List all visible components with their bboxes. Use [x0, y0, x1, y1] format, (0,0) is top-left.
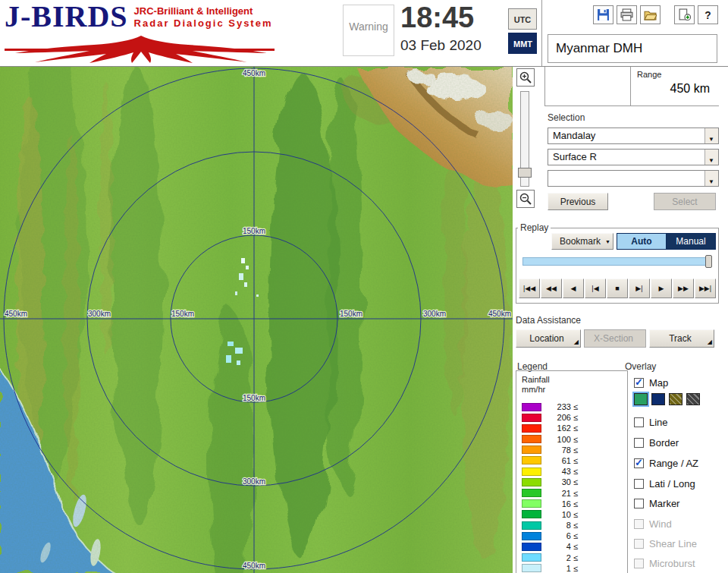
play-button[interactable]: ▶	[651, 279, 672, 298]
data-assistance-label: Data Assistance	[516, 315, 581, 326]
terrain-svg: 450km 300km 150km 150km 300km 450km 450k…	[0, 67, 513, 573]
stop-button[interactable]: ■	[607, 279, 628, 298]
export-button[interactable]	[674, 5, 695, 24]
map-swatch-olive[interactable]	[669, 393, 682, 405]
fast-forward-button[interactable]: ▶▶	[673, 279, 694, 298]
replay-label: Replay	[518, 222, 551, 233]
skip-end-button[interactable]: ▶▶|	[695, 279, 716, 298]
step-back-button[interactable]: |◀	[585, 279, 606, 298]
bookmark-button[interactable]: Bookmark	[551, 233, 613, 250]
svg-text:150km: 150km	[243, 227, 265, 235]
track-button[interactable]: Track	[649, 329, 714, 348]
legend-row: 10 ≤	[522, 509, 623, 520]
overlay-label: Overlay	[625, 361, 656, 372]
map-swatch-green[interactable]	[634, 393, 648, 405]
step-forward-button[interactable]: ▶|	[629, 279, 650, 298]
help-icon: ?	[701, 8, 714, 21]
overlay-item-microburst[interactable]: Microburst	[634, 556, 695, 571]
microburst-checkbox[interactable]	[634, 559, 644, 568]
open-folder-icon	[644, 8, 657, 21]
legend-swatch	[522, 424, 541, 433]
overlay-item-border[interactable]: Border	[634, 435, 679, 450]
save-button[interactable]	[593, 5, 613, 24]
legend-row: 61 ≤	[522, 455, 623, 466]
legend-swatch	[522, 499, 541, 508]
range-value: 450 km	[637, 82, 710, 96]
overlay-item-shear-line[interactable]: Shear Line	[634, 536, 697, 551]
logo-subtitle: JRC-Brilliant & IntelligentRadar Dialogi…	[134, 5, 273, 29]
logo: J-BIRDSJRC-Brilliant & IntelligentRadar …	[5, 2, 287, 65]
radar-map[interactable]: 450km 300km 150km 150km 300km 450km 450k…	[0, 67, 513, 573]
utc-button[interactable]: UTC	[508, 8, 537, 30]
lati-long-checkbox[interactable]	[634, 479, 644, 489]
svg-text:450km: 450km	[243, 562, 265, 570]
timezone-toggle: UTC MMT	[508, 8, 537, 57]
map-swatch-dark[interactable]	[686, 393, 700, 405]
manual-button[interactable]: Manual	[666, 233, 716, 250]
legend-row: 1 ≤	[522, 563, 623, 573]
zoom-in-button[interactable]	[516, 68, 535, 87]
map-swatch-navy[interactable]	[651, 393, 665, 405]
range-az-checkbox[interactable]	[634, 458, 644, 468]
map-checkbox[interactable]	[634, 378, 644, 388]
eagle-logo-icon	[5, 33, 278, 65]
overlay-item-lati-long[interactable]: Lati / Long	[634, 476, 695, 491]
chevron-down-icon[interactable]	[704, 171, 718, 186]
legend-swatch	[522, 414, 541, 422]
legend-row: 162 ≤	[522, 423, 623, 433]
play-back-button[interactable]: ◀	[563, 279, 584, 298]
svg-text:150km: 150km	[171, 310, 194, 318]
xsection-button[interactable]: X-Section	[584, 329, 646, 348]
legend-swatch	[522, 478, 541, 486]
overlay-item-line[interactable]: Line	[634, 414, 668, 430]
print-button[interactable]	[617, 5, 637, 24]
legend-swatch	[522, 468, 541, 476]
chevron-down-icon[interactable]	[704, 128, 718, 143]
mmt-button[interactable]: MMT	[508, 33, 537, 54]
header: J-BIRDSJRC-Brilliant & IntelligentRadar …	[0, 0, 728, 67]
svg-text:450km: 450km	[243, 69, 265, 77]
legend-swatch	[522, 564, 541, 572]
export-icon	[678, 8, 691, 21]
sub-product-select[interactable]	[548, 170, 719, 187]
site-select[interactable]: Mandalay	[548, 128, 719, 144]
warning-button[interactable]: Warning	[343, 5, 394, 56]
select-button[interactable]: Select	[654, 193, 716, 210]
zoom-out-icon	[519, 192, 532, 206]
wind-checkbox[interactable]	[634, 519, 644, 529]
skip-start-button[interactable]: |◀◀	[519, 279, 540, 298]
replay-slider-handle[interactable]	[705, 255, 712, 268]
zoom-out-button[interactable]	[516, 190, 535, 208]
chevron-down-icon[interactable]	[704, 150, 718, 165]
overlay-item-range-az[interactable]: Range / AZ	[634, 455, 698, 471]
legend-swatch	[522, 510, 541, 518]
help-button[interactable]: ?	[698, 5, 718, 24]
zoom-slider-handle[interactable]	[518, 168, 532, 178]
legend-unit-2: mm/hr	[522, 385, 627, 395]
location-button[interactable]: Location	[516, 329, 581, 348]
svg-text:300km: 300km	[423, 310, 446, 318]
selection-label: Selection	[548, 112, 585, 123]
legend-rows: 233 ≤ 206 ≤ 162 ≤ 100 ≤ 78 ≤ 61 ≤ 43 ≤ 3…	[522, 401, 623, 573]
overlay-item-marker[interactable]: Marker	[634, 496, 679, 511]
previous-button[interactable]: Previous	[548, 193, 608, 210]
open-folder-button[interactable]	[640, 5, 661, 24]
rewind-button[interactable]: ◀◀	[541, 279, 562, 298]
overlay-item-map[interactable]: Map	[634, 375, 668, 390]
auto-button[interactable]: Auto	[617, 233, 667, 250]
shear-line-checkbox[interactable]	[634, 539, 644, 549]
border-checkbox[interactable]	[634, 438, 644, 448]
legend-box: Rainfall mm/hr 233 ≤ 206 ≤ 162 ≤ 100 ≤ 7…	[516, 370, 628, 573]
line-checkbox[interactable]	[634, 417, 644, 427]
replay-slider[interactable]	[522, 257, 711, 266]
legend-row: 206 ≤	[522, 412, 623, 423]
product-select[interactable]: Surface R	[548, 149, 719, 165]
clock-time: 18:45	[400, 0, 507, 35]
marker-checkbox[interactable]	[634, 499, 644, 508]
clock-date: 03 Feb 2020	[400, 37, 507, 54]
zoom-slider[interactable]	[520, 91, 529, 187]
overlay-item-wind[interactable]: Wind	[634, 516, 672, 531]
legend-row: 2 ≤	[522, 553, 623, 563]
zoom-in-icon	[519, 71, 532, 84]
print-icon	[620, 8, 633, 21]
